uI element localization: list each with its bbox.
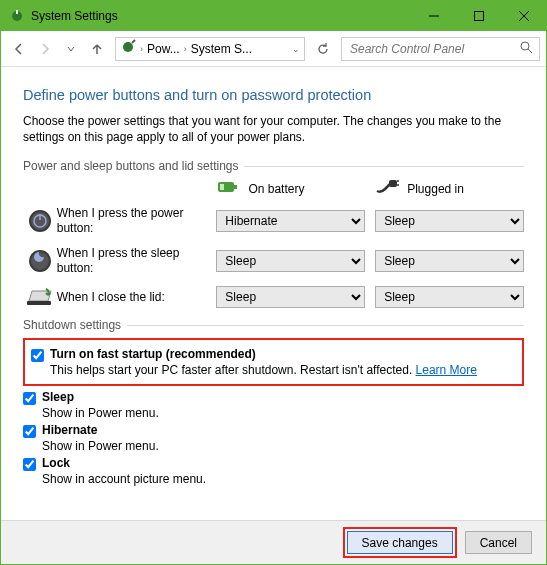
highlight-save-button: Save changes bbox=[343, 527, 457, 558]
fast-startup-label: Turn on fast startup (recommended) bbox=[50, 347, 256, 361]
svg-rect-3 bbox=[474, 12, 483, 21]
search-icon[interactable] bbox=[520, 40, 533, 58]
chevron-right-icon: › bbox=[184, 44, 187, 54]
power-button-icon bbox=[23, 208, 57, 234]
svg-rect-10 bbox=[234, 185, 237, 189]
svg-rect-21 bbox=[27, 301, 51, 305]
section-legend-shutdown: Shutdown settings bbox=[23, 318, 524, 332]
highlight-fast-startup: Turn on fast startup (recommended) This … bbox=[23, 338, 524, 386]
sleep-label: Sleep bbox=[42, 390, 74, 404]
column-plugged-in: Plugged in bbox=[375, 179, 524, 198]
svg-rect-11 bbox=[220, 184, 224, 190]
up-button[interactable] bbox=[85, 37, 109, 61]
footer: Save changes Cancel bbox=[1, 520, 546, 564]
breadcrumb[interactable]: › Pow... › System S... ⌄ bbox=[115, 37, 305, 61]
search-box[interactable] bbox=[341, 37, 540, 61]
page-intro: Choose the power settings that you want … bbox=[23, 113, 524, 145]
learn-more-link[interactable]: Learn More bbox=[416, 363, 477, 377]
recent-dropdown[interactable] bbox=[59, 37, 83, 61]
window-title: System Settings bbox=[31, 9, 411, 23]
power-button-plugged-select[interactable]: Sleep bbox=[375, 210, 524, 232]
row-close-lid: When I close the lid: Sleep Sleep bbox=[23, 286, 524, 308]
lock-checkbox[interactable] bbox=[23, 458, 36, 471]
back-button[interactable] bbox=[7, 37, 31, 61]
sleep-button-plugged-select[interactable]: Sleep bbox=[375, 250, 524, 272]
laptop-lid-icon bbox=[23, 287, 57, 307]
page-heading: Define power buttons and turn on passwor… bbox=[23, 87, 524, 103]
navbar: › Pow... › System S... ⌄ bbox=[1, 31, 546, 67]
minimize-button[interactable] bbox=[411, 1, 456, 31]
fast-startup-checkbox[interactable] bbox=[31, 349, 44, 362]
forward-button[interactable] bbox=[33, 37, 57, 61]
svg-rect-12 bbox=[389, 180, 397, 187]
refresh-button[interactable] bbox=[311, 37, 335, 61]
chevron-down-icon[interactable]: ⌄ bbox=[292, 44, 300, 54]
close-lid-plugged-select[interactable]: Sleep bbox=[375, 286, 524, 308]
maximize-button[interactable] bbox=[456, 1, 501, 31]
sleep-button-icon bbox=[23, 248, 57, 274]
battery-icon bbox=[216, 179, 240, 198]
row-power-button: When I press the power button: Hibernate… bbox=[23, 206, 524, 236]
save-changes-button[interactable]: Save changes bbox=[347, 531, 453, 554]
svg-rect-1 bbox=[16, 10, 18, 14]
search-input[interactable] bbox=[348, 41, 520, 57]
sleep-checkbox[interactable] bbox=[23, 392, 36, 405]
cancel-button[interactable]: Cancel bbox=[465, 531, 532, 554]
breadcrumb-icon bbox=[120, 39, 136, 58]
svg-line-8 bbox=[528, 49, 532, 53]
app-icon bbox=[9, 8, 25, 24]
breadcrumb-item[interactable]: System S... bbox=[191, 42, 252, 56]
hibernate-checkbox[interactable] bbox=[23, 425, 36, 438]
power-button-battery-select[interactable]: Hibernate bbox=[216, 210, 365, 232]
plug-icon bbox=[375, 179, 399, 198]
row-sleep-button: When I press the sleep button: Sleep Sle… bbox=[23, 246, 524, 276]
column-on-battery: On battery bbox=[216, 179, 365, 198]
close-lid-battery-select[interactable]: Sleep bbox=[216, 286, 365, 308]
section-legend-power: Power and sleep buttons and lid settings bbox=[23, 159, 524, 173]
chevron-right-icon: › bbox=[140, 44, 143, 54]
sleep-button-battery-select[interactable]: Sleep bbox=[216, 250, 365, 272]
svg-point-6 bbox=[123, 42, 133, 52]
svg-point-7 bbox=[521, 42, 529, 50]
titlebar: System Settings bbox=[1, 1, 546, 31]
lock-label: Lock bbox=[42, 456, 70, 470]
breadcrumb-item[interactable]: Pow... bbox=[147, 42, 180, 56]
close-button[interactable] bbox=[501, 1, 546, 31]
hibernate-label: Hibernate bbox=[42, 423, 97, 437]
